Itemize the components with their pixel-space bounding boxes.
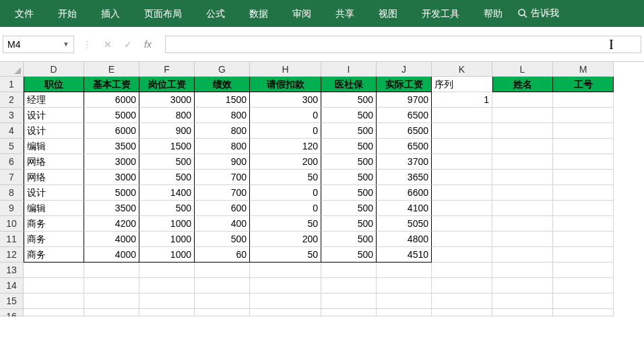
cell[interactable]: 绩效 — [195, 77, 250, 92]
cell[interactable] — [553, 309, 614, 316]
cell[interactable]: 6500 — [377, 139, 432, 154]
cell[interactable] — [553, 232, 614, 247]
cell[interactable]: 500 — [139, 154, 195, 170]
cancel-icon[interactable]: ✕ — [104, 39, 112, 50]
cell[interactable] — [492, 154, 553, 170]
cell[interactable] — [432, 309, 492, 316]
cell[interactable]: 1000 — [139, 247, 195, 263]
cell[interactable]: 3700 — [377, 154, 432, 170]
cell[interactable] — [195, 278, 250, 293]
tab-insert[interactable]: 插入 — [89, 0, 132, 27]
cell[interactable]: 500 — [321, 201, 377, 216]
cell[interactable]: 300 — [250, 92, 321, 108]
cell[interactable]: 1500 — [139, 139, 195, 154]
cell[interactable] — [139, 278, 195, 293]
cell[interactable] — [377, 278, 432, 293]
cell[interactable]: 500 — [321, 170, 377, 185]
cell[interactable] — [432, 263, 492, 278]
cell[interactable]: 500 — [321, 108, 377, 123]
cell[interactable]: 0 — [250, 185, 321, 201]
cell[interactable] — [377, 309, 432, 316]
cell[interactable] — [492, 278, 553, 293]
cell[interactable] — [84, 263, 139, 278]
tab-review[interactable]: 审阅 — [280, 0, 323, 27]
cell[interactable] — [432, 201, 492, 216]
col-header-K[interactable]: K — [432, 62, 492, 77]
cell[interactable] — [553, 123, 614, 139]
cell[interactable]: 商务 — [24, 216, 84, 232]
cell[interactable]: 700 — [195, 170, 250, 185]
cell[interactable]: 500 — [195, 232, 250, 247]
cell[interactable]: 1400 — [139, 185, 195, 201]
cell[interactable] — [492, 185, 553, 201]
cell[interactable]: 3500 — [84, 201, 139, 216]
cell[interactable]: 800 — [195, 123, 250, 139]
cell[interactable]: 500 — [321, 123, 377, 139]
cell[interactable] — [553, 185, 614, 201]
cell[interactable]: 6500 — [377, 108, 432, 123]
row-header[interactable]: 4 — [0, 123, 24, 139]
cell[interactable]: 400 — [195, 216, 250, 232]
cell[interactable] — [553, 170, 614, 185]
cell[interactable] — [321, 263, 377, 278]
cell[interactable]: 4000 — [84, 232, 139, 247]
chevron-down-icon[interactable]: ▼ — [63, 40, 69, 48]
cell[interactable] — [321, 278, 377, 293]
cell[interactable]: 4000 — [84, 247, 139, 263]
cell[interactable]: 1000 — [139, 216, 195, 232]
tab-formulas[interactable]: 公式 — [194, 0, 237, 27]
cell[interactable]: 120 — [250, 139, 321, 154]
col-header-L[interactable]: L — [492, 62, 553, 77]
cell[interactable]: 0 — [250, 123, 321, 139]
cell[interactable]: 700 — [195, 185, 250, 201]
cell[interactable] — [84, 278, 139, 293]
cell[interactable]: 50 — [250, 216, 321, 232]
col-header-E[interactable]: E — [84, 62, 139, 77]
cell[interactable]: 900 — [195, 154, 250, 170]
row-header[interactable]: 12 — [0, 247, 24, 263]
cell[interactable]: 4200 — [84, 216, 139, 232]
cell[interactable]: 4800 — [377, 232, 432, 247]
cell[interactable] — [24, 263, 84, 278]
cell[interactable] — [492, 293, 553, 309]
cell[interactable] — [139, 293, 195, 309]
cell[interactable] — [195, 309, 250, 316]
cell[interactable]: 5000 — [84, 185, 139, 201]
cell[interactable]: 500 — [321, 232, 377, 247]
cell[interactable] — [432, 123, 492, 139]
col-header-M[interactable]: M — [553, 62, 614, 77]
row-header[interactable]: 9 — [0, 201, 24, 216]
row-header[interactable]: 3 — [0, 108, 24, 123]
cell[interactable]: 6000 — [84, 123, 139, 139]
cell[interactable] — [553, 201, 614, 216]
cell[interactable]: 4510 — [377, 247, 432, 263]
row-header[interactable]: 11 — [0, 232, 24, 247]
cell[interactable]: 工号 — [553, 77, 614, 92]
cell[interactable]: 1 — [432, 92, 492, 108]
cell[interactable] — [195, 293, 250, 309]
cell[interactable] — [321, 293, 377, 309]
formula-input[interactable]: I — [165, 36, 641, 53]
cell[interactable]: 500 — [321, 154, 377, 170]
cell[interactable]: 500 — [139, 170, 195, 185]
cell[interactable]: 50 — [250, 170, 321, 185]
cell[interactable]: 0 — [250, 201, 321, 216]
cell[interactable] — [377, 293, 432, 309]
cell[interactable]: 200 — [250, 232, 321, 247]
cell[interactable]: 网络 — [24, 154, 84, 170]
cell[interactable]: 编辑 — [24, 201, 84, 216]
cell[interactable]: 500 — [321, 216, 377, 232]
cell[interactable] — [250, 263, 321, 278]
cell[interactable]: 6000 — [84, 92, 139, 108]
cell[interactable]: 500 — [321, 185, 377, 201]
cell[interactable] — [432, 185, 492, 201]
cell[interactable] — [432, 232, 492, 247]
cell[interactable]: 网络 — [24, 170, 84, 185]
cell[interactable] — [432, 293, 492, 309]
cell[interactable]: 5050 — [377, 216, 432, 232]
tab-help[interactable]: 帮助 — [472, 0, 515, 27]
cell[interactable]: 6600 — [377, 185, 432, 201]
cell[interactable] — [553, 247, 614, 263]
tab-layout[interactable]: 页面布局 — [132, 0, 194, 27]
cell[interactable]: 序列 — [432, 77, 492, 92]
